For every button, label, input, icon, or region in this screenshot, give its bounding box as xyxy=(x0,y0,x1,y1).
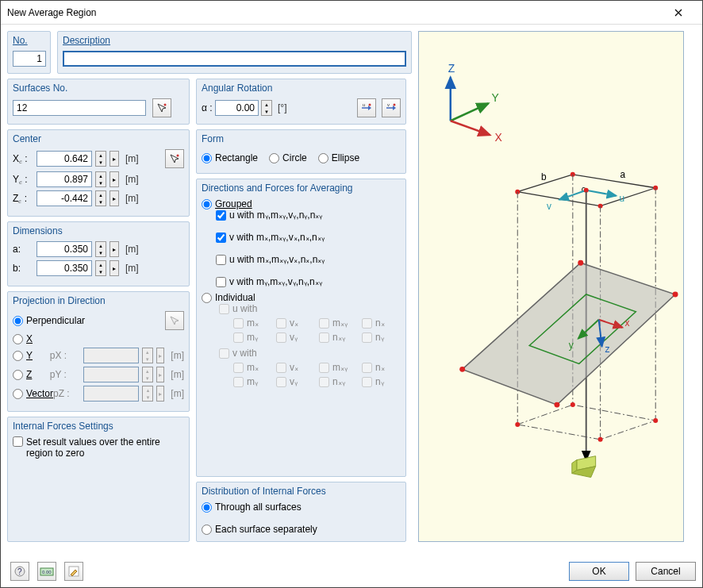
description-input[interactable] xyxy=(63,51,406,67)
y-radio[interactable] xyxy=(13,351,23,361)
g2-checkbox[interactable]: v with mₓ,mₓᵧ,vₓ,nₓ,nₓᵧ xyxy=(216,232,401,243)
pz-label: pZ : xyxy=(53,388,80,399)
units-button[interactable]: 0.00 xyxy=(37,562,56,581)
v-mx-checkbox: mₓ xyxy=(233,362,275,373)
xc-menu-button[interactable]: ▸ xyxy=(109,151,119,167)
left-column: No. Description Surfaces No. xyxy=(7,31,412,542)
svg-text:x: x xyxy=(624,317,629,329)
column-b: Angular Rotation α : ▲▼ [°] u v xyxy=(196,79,406,542)
svg-point-0 xyxy=(164,104,167,106)
b-spinner[interactable]: ▲▼ xyxy=(95,260,106,276)
circle-radio[interactable]: Circle xyxy=(269,152,307,163)
svg-line-8 xyxy=(451,103,489,121)
help-button[interactable]: ? xyxy=(10,562,29,581)
center-label: Center xyxy=(13,133,184,144)
svg-text:y: y xyxy=(569,340,574,351)
zc-spinner[interactable]: ▲▼ xyxy=(95,190,106,206)
u-with-checkbox: u with xyxy=(219,303,401,314)
v-vx-checkbox: vₓ xyxy=(276,362,317,373)
alpha-unit: [°] xyxy=(278,102,286,113)
yc-spinner[interactable]: ▲▼ xyxy=(95,171,106,187)
top-row: No. Description xyxy=(7,31,412,74)
individual-radio[interactable]: Individual xyxy=(202,292,401,303)
svg-text:u: u xyxy=(363,102,365,107)
close-button[interactable] xyxy=(660,1,696,24)
zc-unit: [m] xyxy=(125,193,139,204)
help-icon: ? xyxy=(13,565,26,578)
svg-point-31 xyxy=(459,367,465,372)
svg-text:b: b xyxy=(541,171,547,183)
a-input[interactable] xyxy=(36,241,92,257)
pz-spinner: ▲▼ xyxy=(142,386,153,402)
column-a: Surfaces No. Center X꜀ : xyxy=(7,79,190,542)
ellipse-radio[interactable]: Ellipse xyxy=(318,152,359,163)
zc-menu-button[interactable]: ▸ xyxy=(109,190,119,206)
g1-checkbox[interactable]: u with mᵧ,mₓᵧ,vᵧ,nᵧ,nₓᵧ xyxy=(216,209,401,221)
perpendicular-radio[interactable]: Perpendicular xyxy=(13,315,85,326)
svg-point-3 xyxy=(369,104,371,106)
g4-checkbox[interactable]: v with mᵧ,mₓᵧ,vᵧ,nᵧ,nₓᵧ xyxy=(216,276,401,287)
titlebar: New Average Region xyxy=(1,1,702,25)
preview-illustration: Z Y X b a c u v xyxy=(419,32,683,541)
xc-input[interactable] xyxy=(36,151,92,167)
main-row: Surfaces No. Center X꜀ : xyxy=(7,79,412,542)
align-v-button[interactable]: v xyxy=(382,98,401,117)
align-u-button[interactable]: u xyxy=(357,98,376,117)
description-group: Description xyxy=(57,31,412,74)
align-u-icon: u xyxy=(360,102,373,113)
g3-checkbox[interactable]: u with mₓ,mₓᵧ,vₓ,nₓ,nₓᵧ xyxy=(216,254,401,265)
alpha-input[interactable] xyxy=(215,100,259,116)
svg-point-5 xyxy=(394,104,396,106)
a-spinner[interactable]: ▲▼ xyxy=(95,241,106,257)
z-radio[interactable] xyxy=(13,370,23,380)
dimensions-group: Dimensions a: ▲▼ ▸ [m] b: ▲▼ ▸ xyxy=(7,221,190,286)
rectangle-radio[interactable]: Rectangle xyxy=(202,152,258,163)
surfaces-input[interactable] xyxy=(13,100,146,116)
py-menu-button: ▸ xyxy=(156,367,165,382)
grouped-radio[interactable]: Grouped xyxy=(202,198,401,209)
internal-settings-label: Internal Forces Settings xyxy=(13,421,184,432)
yc-menu-button[interactable]: ▸ xyxy=(109,171,119,187)
svg-point-45 xyxy=(653,418,658,423)
py-unit: [m] xyxy=(171,369,184,380)
edit-button[interactable] xyxy=(64,562,83,581)
u-nxy-checkbox: nₓᵧ xyxy=(319,332,360,343)
distribution-group: Distribution of Internal Forces Through … xyxy=(196,482,406,542)
description-label: Description xyxy=(63,35,406,46)
x-radio[interactable]: X xyxy=(13,333,33,344)
ok-button[interactable]: OK xyxy=(569,562,629,581)
pick-surface-button[interactable] xyxy=(152,98,171,117)
b-input[interactable] xyxy=(36,260,92,276)
px-spinner: ▲▼ xyxy=(142,348,153,363)
zc-input[interactable] xyxy=(36,190,92,206)
px-input xyxy=(83,348,139,363)
pick-icon xyxy=(156,102,167,113)
form-group: Form Rectangle Circle Ellipse xyxy=(196,129,406,174)
through-radio[interactable]: Through all surfaces xyxy=(202,502,401,513)
angular-group: Angular Rotation α : ▲▼ [°] u v xyxy=(196,79,406,125)
xc-spinner[interactable]: ▲▼ xyxy=(95,151,106,167)
u-my-checkbox: mᵧ xyxy=(233,332,275,343)
a-menu-button[interactable]: ▸ xyxy=(109,241,119,257)
yc-label: Y꜀ : xyxy=(13,174,33,185)
pick-center-button[interactable] xyxy=(165,149,184,168)
yc-input[interactable] xyxy=(36,171,92,187)
directions-label: Directions and Forces for Averaging xyxy=(202,183,401,194)
vector-radio[interactable] xyxy=(13,389,23,399)
pz-input xyxy=(83,386,139,402)
b-unit: [m] xyxy=(125,263,139,274)
cancel-button[interactable]: Cancel xyxy=(636,562,696,581)
svg-line-10 xyxy=(451,121,490,135)
each-radio[interactable]: Each surface separately xyxy=(202,524,401,535)
pick-direction-button[interactable] xyxy=(165,311,184,330)
bottom-bar: ? 0.00 OK Cancel xyxy=(7,562,696,581)
svg-point-34 xyxy=(554,402,559,408)
svg-text:Y: Y xyxy=(491,91,498,104)
b-menu-button[interactable]: ▸ xyxy=(109,260,119,276)
pz-unit: [m] xyxy=(171,388,184,399)
v-vy-checkbox: vᵧ xyxy=(276,376,317,387)
zero-checkbox[interactable]: Set result values over the entire region… xyxy=(13,436,184,459)
alpha-spinner[interactable]: ▲▼ xyxy=(261,100,272,116)
align-v-icon: v xyxy=(385,102,398,113)
no-input[interactable] xyxy=(13,51,46,67)
